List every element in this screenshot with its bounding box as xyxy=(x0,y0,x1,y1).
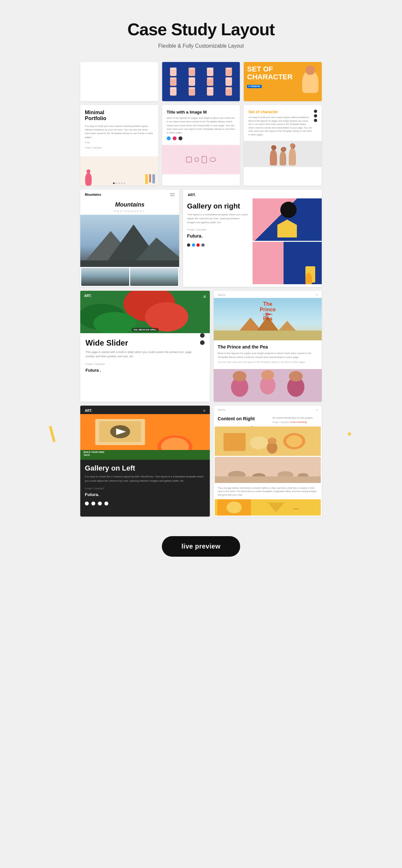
mountain-svg xyxy=(80,215,179,267)
svg-rect-34 xyxy=(250,436,268,450)
title-image-illustration xyxy=(162,145,240,174)
stationery-row xyxy=(145,174,155,184)
minimal-portfolio-card xyxy=(80,62,158,101)
cup-5 xyxy=(170,78,177,86)
svg-point-19 xyxy=(233,371,246,381)
svg-point-36 xyxy=(286,435,302,447)
cup-10 xyxy=(189,87,195,96)
wide-slider-image: ART. ≡ SOL MEXICAN GRILL xyxy=(80,291,210,333)
content-right-img2 xyxy=(215,457,321,483)
cup-6 xyxy=(189,78,195,86)
prince-pea-image: ThePrince and the Pea xyxy=(214,298,322,340)
character-overlay-text: SET OFCHARACTERf freepik xyxy=(247,65,292,89)
character-figures-area xyxy=(244,141,322,167)
cup-12 xyxy=(225,87,232,96)
content-img2-svg xyxy=(215,457,321,483)
cup-11 xyxy=(207,87,213,96)
svg-rect-11 xyxy=(214,331,322,340)
nav-dots-row xyxy=(113,182,125,184)
svg-point-23 xyxy=(289,371,303,381)
art-triangle xyxy=(277,220,297,238)
content-img1-svg xyxy=(215,427,321,456)
portfolio-illustration xyxy=(80,156,158,186)
bird-figure xyxy=(85,173,92,186)
wide-slider-svg xyxy=(80,291,210,333)
coffee-card xyxy=(162,62,240,101)
svg-rect-33 xyxy=(223,433,246,451)
taco-text: BUILD YOUR OWN:TACO xyxy=(84,451,105,457)
pea-text: and the xyxy=(260,313,276,316)
art-image-top xyxy=(252,198,322,241)
svg-point-7 xyxy=(145,302,188,332)
freepik-badge: f freepik xyxy=(247,85,262,88)
art-circle xyxy=(280,202,297,218)
cup-3 xyxy=(207,67,213,76)
cup-4 xyxy=(225,67,232,76)
char-figure-2 xyxy=(280,151,286,165)
art-blue-panel xyxy=(283,242,322,284)
svg-rect-44 xyxy=(215,476,321,483)
cup-1 xyxy=(170,67,177,76)
svg-point-21 xyxy=(261,370,274,380)
character-image: SET OFCHARACTERf freepik xyxy=(244,62,322,101)
wide-slider-brand: ART. xyxy=(84,294,91,298)
page-wrapper: Case Study Layout Flexible & Fully Custo… xyxy=(74,0,328,589)
gallery-left-image: BUILD YOUR OWN:TACO xyxy=(80,414,210,460)
art-image-bottom xyxy=(252,242,322,284)
mex-grill-label: SOL MEXICAN GRILL xyxy=(131,328,159,332)
svg-rect-4 xyxy=(80,260,179,267)
art-character xyxy=(305,273,312,284)
cup-8 xyxy=(225,78,232,86)
mountain-main-image xyxy=(80,215,179,267)
characters-svg xyxy=(214,369,322,402)
stationery-decoration xyxy=(80,62,158,101)
prince-title-text: ThePrince xyxy=(260,301,276,313)
char-figure-1 xyxy=(270,149,277,165)
prince-pea-characters xyxy=(214,369,322,402)
coffee-cups-grid xyxy=(162,65,240,98)
cup-9 xyxy=(170,87,177,96)
character-figure xyxy=(302,70,318,93)
prince-title-overlay: ThePrince and the Pea xyxy=(260,301,276,322)
cup-2 xyxy=(189,67,195,76)
content-right-img1 xyxy=(215,427,321,456)
svg-point-38 xyxy=(268,438,277,444)
coffee-image xyxy=(162,62,240,101)
character-card: SET OFCHARACTERf freepik xyxy=(244,62,322,101)
wide-slider-menu-icon[interactable]: ≡ xyxy=(203,294,206,299)
row-1-images: SET OFCHARACTERf freepik xyxy=(80,62,322,101)
cup-7 xyxy=(207,78,213,86)
pea-title-text: Pea xyxy=(260,316,276,322)
char-figure-3 xyxy=(289,148,296,165)
